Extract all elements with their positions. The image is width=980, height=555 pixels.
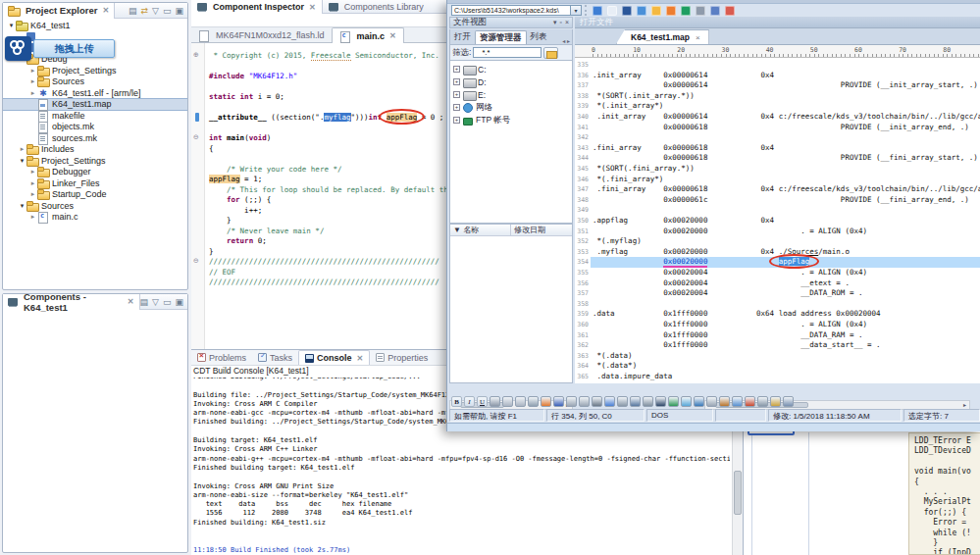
user-tool-icon[interactable] <box>607 6 617 16</box>
format-tool-icon[interactable] <box>694 396 704 407</box>
format-tool-icon[interactable] <box>745 396 755 407</box>
format-tool-icon[interactable] <box>592 396 602 407</box>
browse-folder-icon[interactable] <box>543 47 558 59</box>
format-tool-icon[interactable] <box>655 396 666 407</box>
tab-mk64fn1m0xxd12-flash-ld[interactable]: MK64FN1M0xxd12_flash.ld <box>191 27 332 43</box>
expand-icon[interactable]: + <box>453 66 460 73</box>
tab-component-inspector[interactable]: Component Inspector✕ <box>191 0 323 14</box>
tree-item[interactable]: ▾Project_Settings <box>3 155 187 167</box>
expander-icon[interactable]: ▸ <box>28 179 37 187</box>
expander-icon[interactable]: ▾ <box>18 202 26 210</box>
format-u-button[interactable]: U <box>477 396 488 407</box>
close-icon[interactable]: ✕ <box>309 3 316 12</box>
tree-item[interactable]: ▸Sources <box>3 76 187 88</box>
console-scrollbar-thumb[interactable] <box>734 471 742 515</box>
panel-menu-icon[interactable]: ▾ <box>553 19 557 26</box>
user-tool-icon[interactable] <box>725 6 735 16</box>
link-with-editor-icon[interactable]: ⇄ <box>141 6 149 16</box>
expander-icon[interactable]: ▸ <box>28 89 37 97</box>
user-tool-icon[interactable] <box>651 6 661 16</box>
expander-icon[interactable]: ▸ <box>28 77 37 85</box>
format-b-button[interactable]: B <box>451 396 462 407</box>
tree-item[interactable]: makefile <box>3 110 187 122</box>
format-tool-icon[interactable] <box>770 396 781 407</box>
close-icon[interactable]: ✕ <box>357 354 364 363</box>
format-tool-icon[interactable] <box>719 396 730 407</box>
format-tool-icon[interactable] <box>528 396 539 407</box>
tab-components-library[interactable]: Components Library <box>323 0 430 14</box>
format-tool-icon[interactable] <box>617 396 628 407</box>
view-menu-icon[interactable]: ▽ <box>152 297 159 307</box>
tab-project-explorer[interactable]: Project Explorer ✕ <box>3 3 115 19</box>
drive-item[interactable]: +C: <box>450 63 572 76</box>
filetab-列表[interactable]: 列表 <box>527 30 551 44</box>
format-tool-icon[interactable] <box>706 396 717 407</box>
tree-item[interactable]: K64_test1.map <box>3 99 187 111</box>
expander-icon[interactable]: ▾ <box>7 22 16 29</box>
maximize-icon[interactable]: ▣ <box>175 297 183 307</box>
column-modified[interactable]: 修改日期 <box>511 225 545 235</box>
fold-marker-icon[interactable]: ⊕ <box>193 51 199 59</box>
tree-item[interactable]: ▸✱K64_test1.elf - [arm/le] <box>3 87 187 99</box>
user-tool-icon[interactable] <box>622 6 632 16</box>
format-tool-icon[interactable] <box>681 396 692 407</box>
format-i-button[interactable]: I <box>464 396 475 407</box>
drive-item[interactable]: +E: <box>450 88 572 101</box>
close-icon[interactable]: ✕ <box>389 31 396 40</box>
tree-item[interactable]: ▸main.c <box>3 212 187 224</box>
format-tool-icon[interactable] <box>783 396 794 407</box>
map-file-content[interactable]: 335 336.init_array 0x00000614 0x4337 0x0… <box>575 58 980 383</box>
format-tool-icon[interactable] <box>566 396 577 407</box>
format-tool-icon[interactable] <box>732 396 743 407</box>
user-tool-icon[interactable] <box>710 6 720 16</box>
drag-upload-icon[interactable] <box>5 36 31 61</box>
tab-tasks[interactable]: Tasks <box>252 350 298 365</box>
tree-item[interactable]: sources.mk <box>3 132 187 144</box>
tree-item[interactable]: objects.mk <box>3 122 187 133</box>
format-tool-icon[interactable] <box>541 396 551 407</box>
format-tool-icon[interactable] <box>553 396 564 407</box>
view-menu-icon[interactable]: ▽ <box>152 6 159 16</box>
maximize-icon[interactable]: ▣ <box>175 6 183 16</box>
format-tool-icon[interactable] <box>490 396 500 407</box>
tab-main-c[interactable]: main.c✕ <box>332 27 404 43</box>
collapse-all-icon[interactable]: ▤ <box>140 297 149 307</box>
user-tool-icon[interactable] <box>593 6 602 16</box>
format-tool-icon[interactable] <box>515 396 526 407</box>
filetab-资源管理器[interactable]: 资源管理器 <box>475 30 527 44</box>
tree-item[interactable]: ▸Project_Settings <box>3 65 187 76</box>
tab-console[interactable]: Console✕ <box>298 350 370 365</box>
collapse-all-icon[interactable]: ▤ <box>129 6 137 16</box>
address-dropdown-icon[interactable]: ▾ <box>571 5 582 16</box>
expander-icon[interactable]: ▾ <box>18 157 26 165</box>
close-icon[interactable]: × <box>565 19 569 26</box>
tree-item[interactable]: ▾Sources <box>3 200 187 212</box>
expand-icon[interactable]: + <box>453 104 460 111</box>
expander-icon[interactable]: ▸ <box>18 145 26 153</box>
tree-item[interactable]: ▸Startup_Code <box>3 189 187 201</box>
tree-item[interactable]: ▸Debugger <box>3 167 187 178</box>
expander-icon[interactable]: ▸ <box>28 168 37 176</box>
user-tool-icon[interactable] <box>681 6 691 16</box>
expander-icon[interactable]: ▸ <box>28 213 37 221</box>
minimize-icon[interactable]: ▭ <box>163 6 172 16</box>
fold-marker-icon[interactable]: ⊖ <box>193 133 199 141</box>
user-tool-icon[interactable] <box>637 6 646 16</box>
tab-properties[interactable]: Properties <box>370 350 434 365</box>
column-name[interactable]: ▼ 名称 <box>450 225 511 235</box>
fold-marker-icon[interactable]: ⊖ <box>193 257 199 265</box>
expand-icon[interactable]: + <box>453 78 460 85</box>
format-tool-icon[interactable] <box>604 396 615 407</box>
format-tool-icon[interactable] <box>630 396 641 407</box>
expand-icon[interactable]: + <box>453 91 460 98</box>
close-icon[interactable]: ✕ <box>128 297 134 306</box>
tab-problems[interactable]: Problems <box>191 350 252 365</box>
user-tool-icon[interactable] <box>666 6 676 16</box>
close-icon[interactable]: ✕ <box>102 6 109 15</box>
filetab-打开[interactable]: 打开 <box>450 30 475 44</box>
pin-icon[interactable]: ▫ <box>559 19 561 26</box>
drive-item[interactable]: +D: <box>450 76 572 88</box>
format-tool-icon[interactable] <box>643 396 653 407</box>
format-tool-icon[interactable] <box>502 396 513 407</box>
drive-item[interactable]: +网络 <box>450 101 572 114</box>
